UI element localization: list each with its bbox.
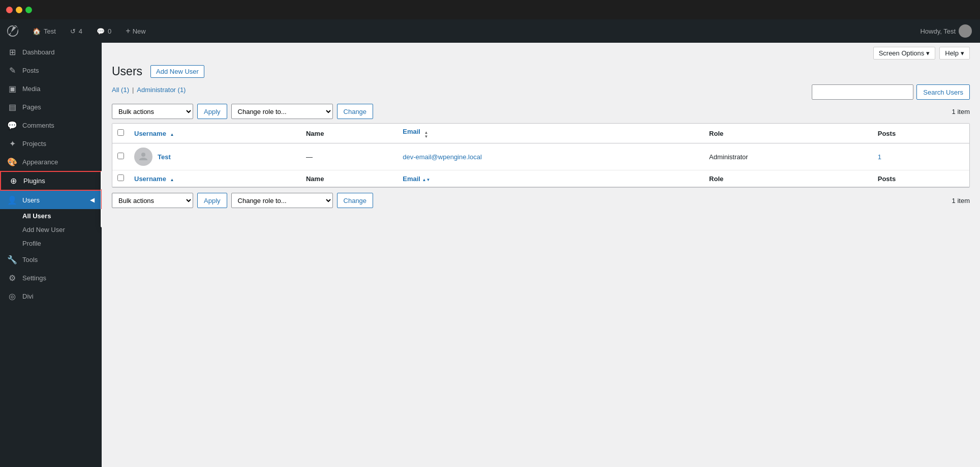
col-header-username[interactable]: Username ▲	[129, 124, 301, 143]
filter-admin-label: Administrator	[137, 86, 176, 94]
adminbar-updates[interactable]: ↺ 4	[63, 19, 89, 43]
all-users-label: All Users	[22, 212, 51, 220]
titlebar	[0, 0, 980, 19]
change-role-select-top[interactable]: Change role to... Administrator Editor	[231, 104, 333, 119]
admin-bar: 🏠 Test ↺ 4 💬 0 + New Howdy, Test	[0, 19, 980, 43]
wordpress-icon	[7, 25, 18, 37]
item-count-bottom: 1 item	[952, 197, 970, 205]
new-label: New	[133, 27, 146, 35]
sidebar-item-posts[interactable]: ✎ Posts	[0, 61, 102, 79]
avatar-cell: Test	[134, 148, 296, 166]
screen-options-chevron-icon: ▾	[926, 49, 930, 57]
sidebar-item-plugins[interactable]: ⊕ Plugins	[0, 171, 102, 191]
top-bar: All (1) | Administrator (1) Search Users	[112, 84, 970, 100]
sidebar-item-dashboard[interactable]: ⊞ Dashboard	[0, 43, 102, 61]
sidebar-item-label: Divi	[22, 293, 34, 300]
sidebar-item-settings[interactable]: ⚙ Settings	[0, 269, 102, 287]
footer-col-username[interactable]: Username ▲	[129, 170, 301, 187]
user-avatar	[134, 148, 152, 166]
users-icon: 👤	[7, 195, 17, 205]
col-header-email[interactable]: Email ▲ ▼	[397, 124, 704, 143]
change-role-select-bottom[interactable]: Change role to... Administrator Editor	[231, 193, 333, 208]
search-bar: Search Users	[812, 84, 970, 100]
username-link[interactable]: Test	[158, 153, 171, 161]
search-users-button[interactable]: Search Users	[916, 84, 970, 100]
sidebar-subitem-all-users[interactable]: All Users	[0, 209, 102, 223]
add-new-user-button[interactable]: Add New User	[150, 65, 204, 78]
settings-icon: ⚙	[7, 273, 17, 283]
sidebar-item-users[interactable]: 👤 Users ◀	[0, 191, 102, 209]
change-button-top[interactable]: Change	[337, 104, 374, 119]
row-role-cell: Administrator	[704, 143, 873, 170]
footer-username-label: Username	[134, 175, 166, 183]
search-input[interactable]	[812, 84, 913, 100]
sidebar: ⊞ Dashboard ✎ Posts ▣ Media ▤ Pages 💬 Co…	[0, 43, 102, 467]
apply-button-top[interactable]: Apply	[197, 104, 227, 119]
posts-link[interactable]: 1	[878, 153, 881, 161]
filter-separator: |	[132, 86, 134, 94]
sidebar-item-label: Posts	[22, 67, 39, 74]
sidebar-item-label: Users	[22, 196, 40, 204]
change-button-bottom[interactable]: Change	[337, 193, 374, 208]
sidebar-item-appearance[interactable]: 🎨 Appearance	[0, 153, 102, 171]
adminbar-comments[interactable]: 💬 0	[89, 19, 118, 43]
comments-icon: 💬	[97, 27, 105, 35]
adminbar-new[interactable]: + New	[118, 19, 152, 43]
filter-all-count: (1)	[121, 86, 129, 94]
plugins-flyout-container: ⊕ Plugins Installed Plugins Add New Plug…	[0, 171, 102, 191]
content-topbar: Screen Options ▾ Help ▾	[102, 43, 980, 60]
row-checkbox[interactable]	[117, 153, 124, 159]
page-title: Users	[112, 65, 142, 78]
adminbar-items: 🏠 Test ↺ 4 💬 0 + New	[25, 19, 920, 43]
footer-col-email[interactable]: Email ▲▼	[397, 170, 704, 187]
divi-icon: ◎	[7, 291, 17, 301]
flyout-plugin-file-editor[interactable]: Plugin File Editor	[101, 209, 102, 227]
footer-col-posts: Posts	[873, 170, 969, 187]
sort-down-icon: ▼	[424, 135, 428, 139]
minimize-button[interactable]	[16, 7, 22, 13]
updates-icon: ↺	[70, 27, 76, 35]
avatar	[959, 24, 972, 38]
filter-administrator[interactable]: Administrator (1)	[137, 86, 186, 94]
wp-logo[interactable]	[0, 19, 25, 43]
footer-email-sort-icon: ▲▼	[422, 178, 431, 182]
sidebar-subitem-profile[interactable]: Profile	[0, 237, 102, 250]
comments-icon: 💬	[7, 121, 17, 130]
screen-options-button[interactable]: Screen Options ▾	[873, 47, 936, 60]
maximize-button[interactable]	[25, 7, 32, 13]
email-link[interactable]: dev-email@wpengine.local	[403, 153, 482, 161]
sidebar-item-media[interactable]: ▣ Media	[0, 79, 102, 98]
row-posts-cell: 1	[873, 143, 969, 170]
adminbar-site[interactable]: 🏠 Test	[25, 19, 63, 43]
sidebar-item-pages[interactable]: ▤ Pages	[0, 98, 102, 116]
flyout-installed-plugins[interactable]: Installed Plugins	[101, 171, 102, 189]
posts-col-label: Posts	[878, 130, 896, 137]
content-inner: Users Add New User All (1) | Administrat…	[102, 60, 980, 222]
sidebar-item-tools[interactable]: 🔧 Tools	[0, 250, 102, 269]
sort-up-icon: ▲	[170, 133, 174, 137]
plus-icon: +	[126, 26, 130, 36]
sidebar-item-divi[interactable]: ◎ Divi	[0, 287, 102, 305]
flyout-add-new-plugin[interactable]: Add New Plugin	[101, 189, 102, 209]
filter-all[interactable]: All (1)	[112, 86, 129, 94]
collapse-arrow: ◀	[90, 196, 95, 203]
sidebar-item-projects[interactable]: ✦ Projects	[0, 134, 102, 153]
sidebar-subitem-add-new-user[interactable]: Add New User	[0, 223, 102, 237]
sidebar-item-comments[interactable]: 💬 Comments	[0, 116, 102, 134]
updates-count: 4	[79, 27, 82, 35]
sidebar-item-label: Dashboard	[22, 48, 55, 56]
select-all-checkbox[interactable]	[117, 129, 124, 136]
howdy-label: Howdy, Test	[920, 27, 956, 35]
close-button[interactable]	[6, 7, 13, 13]
footer-select-all-checkbox[interactable]	[117, 174, 124, 181]
window-controls	[6, 7, 32, 13]
screen-options-label: Screen Options	[879, 49, 925, 57]
sidebar-item-label: Tools	[22, 256, 38, 264]
bulk-actions-select-top[interactable]: Bulk actions Delete	[112, 104, 193, 119]
row-name-cell: —	[301, 143, 397, 170]
help-button[interactable]: Help ▾	[939, 47, 970, 60]
apply-button-bottom[interactable]: Apply	[197, 193, 227, 208]
bulk-actions-select-bottom[interactable]: Bulk actions Delete	[112, 193, 193, 208]
table-footer-header-row: Username ▲ Name Email ▲▼ Role Posts	[112, 170, 969, 187]
home-icon: 🏠	[33, 27, 41, 35]
